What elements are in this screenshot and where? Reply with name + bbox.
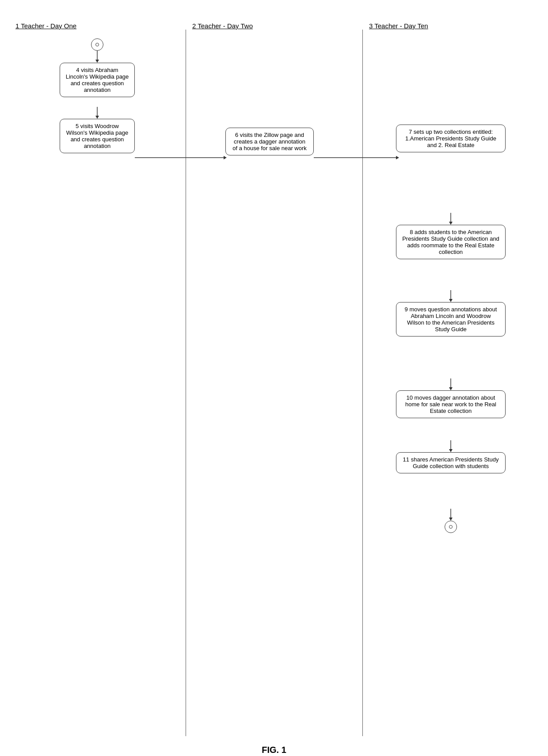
header-col2: 2 Teacher - Day Two: [186, 22, 362, 30]
header-row: 1 Teacher - Day One 2 Teacher - Day Two …: [9, 13, 539, 30]
end-circle-inner: [449, 525, 453, 529]
header-col3: 3 Teacher - Day Ten: [362, 22, 539, 30]
node11-text: 11 shares American Presidents Study Guid…: [403, 456, 499, 469]
svg-marker-17: [449, 518, 453, 521]
node-8: 8 adds students to the American Presiden…: [396, 225, 506, 259]
node7-text: 7 sets up two collections entitled: 1.Am…: [405, 129, 496, 148]
node8-text: 8 adds students to the American Presiden…: [402, 229, 499, 255]
svg-marker-3: [95, 116, 99, 119]
node4-text: 4 visits Abraham Lincoln's Wikipedia pag…: [66, 67, 129, 93]
start-circle-col1: [91, 38, 103, 51]
node-6: 6 visits the Zillow page and creates a d…: [225, 128, 314, 155]
node-10: 10 moves dagger annotation about home fo…: [396, 390, 506, 418]
lane-divider-2: [362, 30, 363, 736]
node10-text: 10 moves dagger annotation about home fo…: [405, 394, 496, 414]
svg-marker-11: [449, 299, 453, 302]
fig-label: FIG. 1: [9, 745, 539, 756]
start-circle-inner: [95, 43, 99, 46]
flow-diagram: 4 visits Abraham Lincoln's Wikipedia pag…: [9, 30, 539, 736]
node-4: 4 visits Abraham Lincoln's Wikipedia pag…: [60, 63, 135, 97]
col2-header: 2 Teacher - Day Two: [192, 22, 253, 30]
svg-marker-13: [449, 387, 453, 390]
svg-marker-5: [224, 156, 227, 159]
header-col1: 1 Teacher - Day One: [9, 22, 186, 30]
node-5: 5 visits Woodrow Wilson's Wikipedia page…: [60, 119, 135, 153]
end-circle-col3: [445, 521, 457, 533]
node-9: 9 moves question annotations about Abrah…: [396, 302, 506, 336]
col1-header: 1 Teacher - Day One: [15, 22, 76, 30]
col3-header: 3 Teacher - Day Ten: [369, 22, 428, 30]
node-7: 7 sets up two collections entitled: 1.Am…: [396, 125, 506, 152]
node-11: 11 shares American Presidents Study Guid…: [396, 452, 506, 473]
diagram-container: 1 Teacher - Day One 2 Teacher - Day Two …: [0, 0, 548, 756]
svg-marker-15: [449, 449, 453, 452]
node9-text: 9 moves question annotations about Abrah…: [405, 306, 497, 333]
node6-text: 6 visits the Zillow page and creates a d…: [232, 132, 307, 151]
node5-text: 5 visits Woodrow Wilson's Wikipedia page…: [66, 123, 129, 149]
main-area: 4 visits Abraham Lincoln's Wikipedia pag…: [9, 30, 539, 756]
lane-divider-1: [186, 30, 186, 736]
svg-marker-9: [449, 222, 453, 225]
svg-marker-7: [396, 156, 399, 159]
svg-marker-1: [95, 60, 99, 63]
